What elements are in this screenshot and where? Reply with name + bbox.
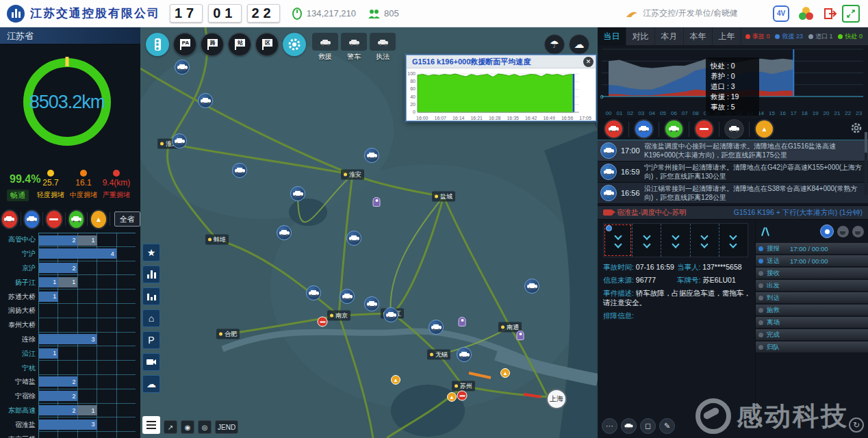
cluster-marker[interactable]: [457, 347, 472, 362]
map-flag-button-区[interactable]: 区: [255, 33, 279, 56]
map-settings-button[interactable]: [283, 33, 306, 56]
bar-row[interactable]: 宿淮盐3: [0, 417, 140, 432]
refresh-icon[interactable]: ↻: [849, 417, 864, 433]
accident-filter-icon[interactable]: [2, 211, 17, 228]
step-row[interactable]: 到达: [756, 292, 868, 303]
cluster-marker[interactable]: [364, 296, 379, 311]
bar-row[interactable]: 连徐3: [0, 333, 140, 347]
bar-row[interactable]: 沿江1: [0, 346, 140, 361]
jend-badge[interactable]: JEND: [215, 420, 238, 434]
vehicle-chat-icon[interactable]: [621, 418, 637, 434]
camera-marker[interactable]: [373, 197, 381, 207]
traffic-light-layer-button[interactable]: [146, 33, 169, 56]
apps-grid-icon[interactable]: [750, 7, 763, 21]
bar-row[interactable]: 润扬大桥: [0, 304, 140, 318]
step-row[interactable]: 接报17:00 / 00:00: [756, 243, 868, 254]
incident-location-title[interactable]: G1516 K196 + 下行(大丰港方向) (1分钟): [734, 208, 863, 218]
locate-arrow-icon[interactable]: ↗: [164, 420, 177, 434]
event-row[interactable]: 16:56沿江锡常接到一起清障请求。清障地点在S38常合高速K84+000(常熟…: [598, 183, 868, 204]
step-row[interactable]: 施救: [756, 305, 868, 315]
dome-camera-icon[interactable]: [837, 226, 849, 237]
tab-本年[interactable]: 本年: [684, 27, 713, 45]
construction-event-icon[interactable]: ▲: [756, 120, 773, 138]
closure-event-icon[interactable]: [695, 120, 713, 138]
step-row[interactable]: 接收: [756, 268, 868, 279]
bar-row[interactable]: 泰州大桥: [0, 318, 140, 333]
vehicle-toggle-警车[interactable]: 警车: [340, 33, 368, 62]
map-menu-button[interactable]: [142, 416, 160, 434]
cluster-marker[interactable]: [429, 320, 444, 335]
bar-row[interactable]: 宁靖盐2: [0, 375, 140, 389]
construction-filter-icon[interactable]: ▲: [91, 211, 106, 228]
construction-marker[interactable]: ▲: [447, 392, 457, 402]
column-chart-icon[interactable]: [142, 287, 160, 305]
events-scrollbar[interactable]: [865, 132, 867, 195]
camera-marker[interactable]: [517, 331, 524, 340]
cluster-marker[interactable]: [346, 231, 361, 246]
cluster-marker[interactable]: [383, 307, 398, 322]
4v-badge-icon[interactable]: 4V: [773, 5, 789, 22]
closure-filter-icon[interactable]: [47, 211, 62, 228]
weather-cloud-button[interactable]: ☁: [569, 34, 589, 55]
bar-row[interactable]: 高管中心21: [0, 233, 140, 247]
color-dots-icon[interactable]: [799, 7, 814, 21]
visibility-icon[interactable]: ◉: [181, 420, 194, 434]
province-map[interactable]: PA路站区 救援警车执法 ☂ ☁ G1516 k196+000救援断面平均速度 …: [140, 27, 598, 438]
bar-row[interactable]: 南京三桥: [0, 432, 140, 438]
camera-feed-title[interactable]: 宿淮盐-调度中心-苏明: [617, 208, 687, 218]
quick-clear-filter-icon[interactable]: [69, 211, 84, 228]
tab-本月[interactable]: 本月: [655, 27, 684, 45]
construction-marker[interactable]: ▲: [500, 368, 510, 378]
rescue-filter-icon[interactable]: [25, 211, 40, 228]
event-row[interactable]: 17:00宿淮盐调度中心接到一起清障请求。清障地点在G1516盐洛高速K196+…: [598, 140, 868, 162]
tab-对比[interactable]: 对比: [626, 27, 655, 45]
target-icon[interactable]: ◎: [198, 420, 212, 434]
step-row[interactable]: 出发: [756, 280, 868, 291]
bar-row[interactable]: 宁杭: [0, 361, 140, 375]
chat-dots-icon[interactable]: ⋯: [602, 418, 617, 434]
ball-camera-icon[interactable]: [820, 224, 834, 238]
step-row[interactable]: 完成: [756, 329, 868, 340]
compose-icon[interactable]: ✎: [659, 418, 675, 434]
logout-icon[interactable]: [824, 8, 837, 20]
map-flag-button-站[interactable]: 站: [228, 33, 251, 56]
camera-marker[interactable]: [459, 317, 466, 326]
weather-rain-button[interactable]: ☂: [544, 34, 565, 55]
cluster-marker[interactable]: [277, 225, 292, 240]
bar-row[interactable]: 扬子江11: [0, 275, 140, 289]
bar-row[interactable]: 京沪2: [0, 261, 140, 276]
accident-event-icon[interactable]: [605, 120, 622, 138]
tab-当日[interactable]: 当日: [598, 27, 626, 45]
closure-marker[interactable]: [318, 317, 328, 327]
bar-row[interactable]: 苏通大桥1: [0, 289, 140, 304]
construction-marker[interactable]: ▲: [391, 375, 400, 385]
cluster-marker[interactable]: [198, 93, 213, 108]
cluster-marker[interactable]: [364, 148, 379, 163]
bar-row[interactable]: 宁沪4: [0, 247, 140, 261]
chat-bubble-icon[interactable]: ◻: [640, 418, 656, 434]
fullscreen-icon[interactable]: [842, 5, 860, 23]
bar-chart-icon[interactable]: [142, 266, 160, 283]
parking-icon[interactable]: P: [142, 331, 160, 349]
quick-clear-event-icon[interactable]: [665, 120, 682, 138]
rescue-event-icon[interactable]: [635, 120, 652, 138]
closure-marker[interactable]: [457, 391, 468, 401]
step-row[interactable]: 送达17:00 / 00:00: [756, 255, 868, 266]
province-title[interactable]: 江苏省: [0, 27, 140, 44]
vehicle-toggle-救援[interactable]: 救援: [311, 33, 339, 62]
congestion-event-icon[interactable]: [726, 120, 743, 138]
event-row[interactable]: 16:59宁沪常州接到一起清障请求。清障地点在G42沪蓉高速K155+000(上…: [598, 162, 868, 183]
cluster-marker[interactable]: [175, 60, 190, 75]
bar-row[interactable]: 宁宿徐2: [0, 389, 140, 404]
cloud-icon[interactable]: ☁: [142, 375, 160, 393]
cluster-marker[interactable]: [232, 163, 247, 178]
cluster-marker[interactable]: [290, 186, 305, 201]
dome-camera-icon[interactable]: [852, 226, 864, 237]
cluster-marker[interactable]: [172, 133, 187, 149]
cluster-marker[interactable]: [306, 285, 321, 300]
all-province-button[interactable]: 全省: [114, 211, 140, 227]
tab-上年[interactable]: 上年: [713, 27, 741, 45]
shanghai-map-button[interactable]: 上海: [546, 389, 567, 409]
cluster-marker[interactable]: [524, 279, 539, 294]
map-flag-button-PA[interactable]: PA: [173, 33, 196, 56]
